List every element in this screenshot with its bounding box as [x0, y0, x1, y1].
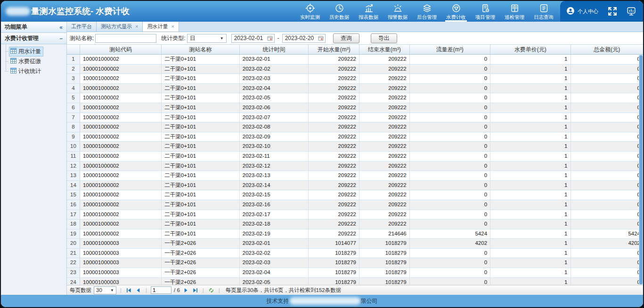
column-header-3[interactable]: 统计时间 [240, 45, 309, 54]
table-row[interactable]: 14100001000002二干渠0+1012023-02-1420922220… [67, 181, 643, 191]
row-number: 2 [67, 65, 80, 74]
table-row[interactable]: 21100001000003一干渠2+0262023-02-0210182791… [67, 249, 643, 259]
stat-type-label: 统计类型: [161, 34, 185, 42]
tab-用水计量[interactable]: 用水计量× [143, 22, 179, 32]
last-page-icon [193, 288, 198, 293]
cell: 二干渠0+101 [162, 142, 239, 151]
prev-page-button[interactable] [135, 288, 142, 293]
cell: 0 [571, 219, 644, 229]
column-header-8[interactable]: 总金额(元) [571, 45, 644, 54]
current-page-input[interactable] [151, 286, 171, 294]
row-number: 17 [67, 210, 80, 219]
table-row[interactable]: 7100001000002二干渠0+1012023-02-07209222209… [67, 113, 643, 123]
nav-item-4[interactable]: 报警数据 [383, 1, 412, 22]
last-page-button[interactable] [192, 288, 199, 293]
cell: 二干渠0+101 [162, 55, 239, 64]
nav-item-2[interactable]: 历史数据 [325, 1, 354, 22]
export-button[interactable]: 导出 [371, 33, 397, 43]
table-row[interactable]: 5100001000002二干渠0+1012023-02-05209222209… [67, 93, 643, 103]
scrollbar-thumb[interactable] [639, 55, 643, 284]
tab-工作平台[interactable]: 工作平台 [67, 22, 97, 32]
date-from-input[interactable]: 2023-02-01 [231, 34, 275, 43]
sidebar-item-label: 水费征缴 [18, 57, 41, 65]
cell: 二干渠0+101 [162, 219, 239, 229]
table-row[interactable]: 3100001000002二干渠0+1012023-02-03209222209… [67, 74, 643, 84]
sidebar-panel-title: 功能菜单 [5, 23, 27, 31]
table-row[interactable]: 15100001000002二干渠0+1012023-02-1520922220… [67, 190, 643, 200]
user-center-button[interactable]: 个人中心 [566, 6, 598, 16]
next-page-button[interactable] [182, 288, 189, 293]
table-row[interactable]: 18100001000002二干渠0+1012023-02-1820922220… [67, 219, 643, 229]
cell: 0 [571, 65, 644, 74]
top-nav: 实时监测历史数据报表数据报警数据后台管理水费计收项目管理巡检管理日志查询 [295, 1, 558, 22]
first-page-button[interactable] [125, 288, 132, 293]
column-header-2[interactable]: 测站名称 [162, 45, 239, 54]
date-to-input[interactable]: 2023-02-20 [282, 34, 326, 43]
cell: 二干渠0+101 [162, 74, 239, 83]
cell: 2023-02-04 [240, 268, 309, 277]
table-row[interactable]: 2100001000002二干渠0+1012023-02-02209222209… [67, 65, 643, 74]
table-row[interactable]: 9100001000002二干渠0+1012023-02-09209222209… [67, 132, 643, 142]
table-row[interactable]: 4100001000002二干渠0+1012023-02-04209222209… [67, 84, 643, 94]
table-row[interactable]: 6100001000002二干渠0+1012023-02-06209222209… [67, 103, 643, 113]
nav-item-9[interactable]: 日志查询 [529, 1, 558, 22]
nav-item-label: 历史数据 [329, 14, 349, 21]
cell: 二干渠0+101 [162, 132, 239, 142]
sidebar-section-header[interactable]: 水费计收管理 − [1, 33, 66, 44]
sidebar-item-水费征缴[interactable]: 水费征缴 [5, 57, 66, 66]
cell: 100001000003 [80, 239, 162, 248]
cell: 1018279 [359, 258, 410, 267]
cell: 100001000002 [80, 55, 162, 64]
table-row[interactable]: 20100001000003一干渠2+0262023-02-0110140771… [67, 239, 643, 249]
table-row[interactable]: 13100001000002二干渠0+1012023-02-1320922220… [67, 171, 643, 181]
nav-item-7[interactable]: 项目管理 [471, 1, 500, 22]
table-row[interactable]: 19100001000002二干渠0+1012023-02-1920922221… [67, 229, 643, 239]
table-row[interactable]: 1100001000002二干渠0+1012023-02-01209222209… [67, 55, 643, 65]
column-header-6[interactable]: 流量差(m³) [410, 45, 490, 54]
page-size-select[interactable]: 30 ▼ [94, 286, 116, 294]
cell: 一干渠2+026 [162, 268, 239, 277]
dashboard-monitor-button[interactable] [626, 6, 636, 16]
query-button[interactable]: 查询 [333, 33, 359, 43]
grid-body: 1100001000002二干渠0+1012023-02-01209222209… [67, 55, 643, 285]
pagination-bar: 每页数据 30 ▼ | | / 6 [67, 285, 643, 295]
station-name-input[interactable] [95, 34, 156, 43]
cell: 0 [410, 190, 490, 200]
column-header-1[interactable]: 测站代码 [80, 45, 162, 54]
nav-item-1[interactable]: 实时监测 [295, 1, 325, 22]
close-icon[interactable]: × [135, 24, 138, 29]
table-row[interactable]: 16100001000002二干渠0+1012023-02-1620922220… [67, 200, 643, 210]
tab-测站方式显示[interactable]: 测站方式显示× [97, 22, 143, 32]
close-icon[interactable]: × [171, 24, 174, 29]
column-header-7[interactable]: 水费单价(元) [490, 45, 571, 54]
column-header-4[interactable]: 开始水量(m³) [309, 45, 359, 54]
vertical-scrollbar[interactable] [639, 55, 643, 285]
stat-type-select[interactable]: 日 ▼ [187, 34, 227, 43]
cell: 100001000002 [80, 171, 162, 180]
table-row[interactable]: 11100001000002二干渠0+1012023-02-1120922220… [67, 152, 643, 162]
nav-item-8[interactable]: 巡检管理 [500, 1, 529, 22]
project-icon [481, 3, 490, 13]
column-header-5[interactable]: 结束水量(m³) [359, 45, 410, 54]
cell: 5424 [410, 229, 490, 239]
table-row[interactable]: 22100001000003一干渠2+0262023-02-0310182791… [67, 258, 643, 268]
nav-item-6[interactable]: 水费计收 [441, 1, 471, 22]
refresh-button[interactable] [208, 288, 215, 293]
cell: 1 [490, 268, 571, 277]
sidebar-item-计收统计[interactable]: 计收统计 [5, 66, 66, 76]
table-row[interactable]: 12100001000002二干渠0+1012023-02-1220922220… [67, 162, 643, 171]
table-row[interactable]: 23100001000003一干渠2+0262023-02-0410182791… [67, 268, 643, 278]
nav-item-5[interactable]: 后台管理 [412, 1, 441, 22]
nav-item-3[interactable]: 报表数据 [354, 1, 383, 22]
cell: 100001000002 [80, 181, 162, 190]
sidebar-item-用水计量[interactable]: 用水计量 [5, 47, 66, 57]
cell: 1 [490, 84, 571, 93]
sidebar-collapse-button[interactable]: « [59, 24, 63, 31]
fullscreen-button[interactable] [607, 6, 618, 16]
table-row[interactable]: 17100001000002二干渠0+1012023-02-1720922220… [67, 210, 643, 220]
table-row[interactable]: 24100001000003一干渠2+0262023-02-0510182791… [67, 278, 643, 285]
table-row[interactable]: 8100001000002二干渠0+1012023-02-08209222209… [67, 122, 643, 132]
next-page-icon [183, 288, 188, 293]
cell: 0 [571, 171, 644, 180]
table-row[interactable]: 10100001000002二干渠0+1012023-02-1020922220… [67, 142, 643, 152]
